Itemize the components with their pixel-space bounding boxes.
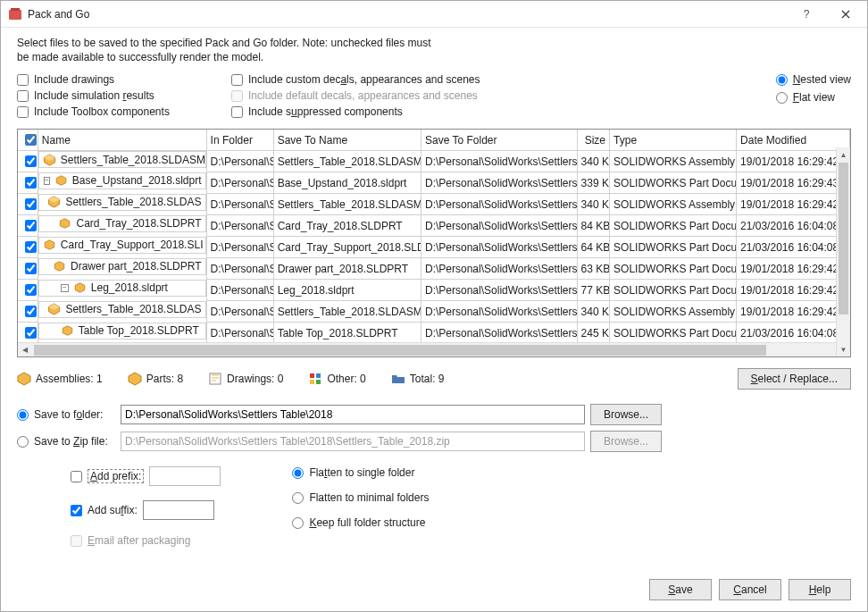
file-table: Name In Folder Save To Name Save To Fold… [17, 129, 851, 357]
date-cell: 21/03/2016 16:04:08 [737, 237, 850, 258]
include-drawings-checkbox[interactable]: Include drawings [17, 73, 231, 86]
in-folder-cell: D:\Personal\S [206, 301, 273, 323]
table-row[interactable]: Settlers_Table_2018.SLDASMD:\Personal\SS… [18, 151, 850, 172]
select-all-header[interactable] [18, 130, 38, 151]
help-button[interactable]: Help [789, 579, 851, 600]
total-stat: Total: 9 [391, 372, 445, 386]
row-checkbox[interactable] [25, 284, 37, 296]
table-row[interactable]: −Leg_2018.sldprtD:\Personal\SLeg_2018.sl… [18, 280, 850, 301]
svg-marker-10 [75, 283, 85, 293]
save-button[interactable]: Save [649, 579, 712, 600]
row-checkbox[interactable] [25, 220, 37, 231]
save-to-folder-input[interactable] [121, 405, 585, 424]
col-in-folder[interactable]: In Folder [206, 130, 273, 151]
svg-marker-17 [129, 373, 141, 385]
file-name: Base_Upstand_2018.sldprt [72, 174, 202, 187]
flatten-single-radio[interactable]: Flatten to single folder [292, 466, 429, 479]
save-to-zip-radio[interactable]: Save to Zip file: [17, 435, 115, 448]
save-to-name-cell: Base_Upstand_2018.sldprt [273, 172, 421, 194]
table-row[interactable]: Table Top_2018.SLDPRTD:\Personal\STable … [18, 323, 850, 343]
row-checkbox[interactable] [25, 306, 37, 317]
titlebar: Pack and Go ? [1, 1, 867, 28]
suffix-input[interactable] [143, 500, 214, 520]
flat-view-radio[interactable]: Flat view [776, 91, 851, 104]
type-cell: SOLIDWORKS Part Docum [610, 172, 737, 194]
scroll-up-icon[interactable]: ▲ [837, 147, 850, 162]
include-toolbox-checkbox[interactable]: Include Toolbox components [17, 105, 231, 118]
parts-stat: Parts: 8 [128, 372, 183, 386]
save-to-name-cell: Settlers_Table_2018.SLDASM [273, 151, 421, 172]
nested-view-radio[interactable]: Nested view [776, 73, 851, 86]
browse-zip-button: Browse... [590, 431, 662, 452]
select-replace-button[interactable]: Select / Replace... [738, 368, 851, 390]
save-to-folder-cell: D:\Personal\SolidWorks\Settlers [421, 237, 578, 258]
expander-icon[interactable]: − [61, 284, 69, 292]
size-cell: 77 KB [577, 280, 610, 301]
scroll-thumb[interactable] [839, 163, 848, 314]
horizontal-scrollbar[interactable]: ◀ ▶ [18, 342, 850, 356]
date-cell: 19/01/2018 16:29:42 [737, 258, 850, 280]
keep-full-radio[interactable]: Keep full folder structure [292, 516, 429, 529]
col-save-to-folder[interactable]: Save To Folder [421, 130, 578, 151]
save-to-folder-cell: D:\Personal\SolidWorks\Settlers [421, 323, 578, 343]
save-to-folder-radio[interactable]: Save to folder: [17, 408, 115, 421]
expander-icon[interactable]: − [44, 177, 50, 185]
in-folder-cell: D:\Personal\S [206, 323, 273, 343]
type-cell: SOLIDWORKS Part Docum [610, 258, 737, 280]
row-checkbox[interactable] [25, 327, 37, 339]
include-default-decals-checkbox: Include default decals, appearances and … [231, 89, 480, 102]
save-to-name-cell: Card_Tray_2018.SLDPRT [273, 215, 421, 237]
stats-row: Assemblies: 1 Parts: 8 Drawings: 0 Other… [17, 368, 851, 390]
instruction-line: be made available to successfully render… [17, 51, 851, 65]
file-name: Drawer part_2018.SLDPRT [71, 260, 202, 272]
browse-folder-button[interactable]: Browse... [590, 404, 662, 425]
row-checkbox[interactable] [25, 241, 37, 253]
type-cell: SOLIDWORKS Assembly D [610, 194, 737, 215]
help-titlebar-button[interactable]: ? [787, 2, 826, 27]
save-to-name-cell: Settlers_Table_2018.SLDASM [273, 194, 421, 215]
table-row[interactable]: Drawer part_2018.SLDPRTD:\Personal\SDraw… [18, 258, 850, 280]
table-row[interactable]: Card_Tray_2018.SLDPRTD:\Personal\SCard_T… [18, 215, 850, 237]
type-cell: SOLIDWORKS Part Docum [610, 323, 737, 343]
other-icon [308, 372, 322, 386]
scroll-down-icon[interactable]: ▼ [837, 342, 850, 356]
size-cell: 340 K [577, 301, 610, 323]
row-checkbox[interactable] [25, 263, 37, 274]
table-row[interactable]: Settlers_Table_2018.SLDASD:\Personal\SSe… [18, 301, 850, 323]
include-suppressed-checkbox[interactable]: Include suppressed components [231, 105, 480, 118]
date-cell: 19/01/2018 16:29:43 [737, 172, 850, 194]
row-checkbox[interactable] [25, 155, 37, 167]
include-custom-decals-checkbox[interactable]: Include custom decals, appearances and s… [231, 73, 480, 86]
col-name[interactable]: Name [38, 130, 206, 151]
scroll-left-icon[interactable]: ◀ [18, 346, 32, 354]
svg-marker-7 [61, 219, 71, 229]
table-row[interactable]: Settlers_Table_2018.SLDASD:\Personal\SSe… [18, 194, 850, 215]
in-folder-cell: D:\Personal\S [206, 237, 273, 258]
row-checkbox[interactable] [25, 198, 37, 210]
col-type[interactable]: Type [610, 130, 737, 151]
save-to-name-cell: Card_Tray_Support_2018.SLDPRT [273, 237, 421, 258]
cancel-button[interactable]: Cancel [719, 579, 781, 600]
in-folder-cell: D:\Personal\S [206, 151, 273, 172]
date-cell: 19/01/2018 16:29:42 [737, 194, 850, 215]
svg-rect-20 [316, 373, 321, 378]
close-titlebar-button[interactable] [826, 2, 865, 27]
folder-icon [391, 372, 405, 386]
table-row[interactable]: −Base_Upstand_2018.sldprtD:\Personal\SBa… [18, 172, 850, 194]
close-icon [841, 10, 850, 19]
add-suffix-checkbox[interactable]: Add suffix: [71, 504, 138, 516]
flatten-minimal-radio[interactable]: Flatten to minimal folders [292, 491, 429, 504]
window-title: Pack and Go [28, 8, 787, 21]
scroll-thumb[interactable] [34, 345, 766, 356]
col-date-modified[interactable]: Date Modified [737, 130, 850, 151]
include-simulation-checkbox[interactable]: Include simulation results [17, 89, 231, 102]
vertical-scrollbar[interactable]: ▲ ▼ [836, 147, 850, 356]
row-checkbox[interactable] [25, 177, 37, 189]
file-name: Card_Tray_2018.SLDPRT [76, 217, 201, 230]
col-size[interactable]: Size [577, 130, 610, 151]
table-row[interactable]: Card_Tray_Support_2018.SLID:\Personal\SC… [18, 237, 850, 258]
add-prefix-checkbox[interactable]: Add prefix: [71, 469, 144, 483]
size-cell: 63 KB [577, 258, 610, 280]
email-after-checkbox: Email after packaging [71, 534, 221, 547]
col-save-to-name[interactable]: Save To Name [273, 130, 421, 151]
